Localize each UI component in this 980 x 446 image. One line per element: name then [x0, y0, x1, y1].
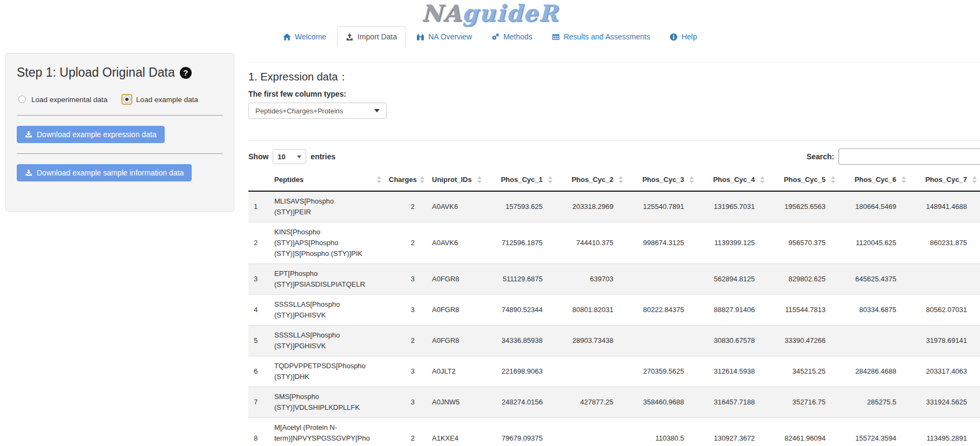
value-cell: 110380.5: [626, 418, 697, 446]
sort-arrows-icon: [902, 177, 906, 184]
column-header-phos_cyc_7[interactable]: Phos_Cyc_7: [909, 169, 980, 191]
value-cell: 31978.69141: [909, 326, 980, 356]
column-header-label: Charges: [389, 175, 417, 184]
sort-arrows-icon: [477, 177, 482, 184]
column-types-select[interactable]: Peptides+Charges+Proteins: [248, 103, 387, 119]
charge-cell: 2: [384, 222, 428, 264]
row-number-cell: 5: [248, 326, 270, 356]
charge-cell: 3: [384, 356, 428, 387]
peptide-cell: TQDPVPPETPSDS[Phospho (STY)]DHK: [270, 356, 384, 387]
sort-arrows-icon: [377, 177, 381, 184]
value-cell: 148941.4688: [909, 191, 980, 222]
value-cell: 80562.07031: [909, 295, 980, 326]
charge-cell: 2: [384, 418, 428, 446]
column-header-phos_cyc_2[interactable]: Phos_Cyc_2: [556, 169, 626, 191]
row-number-cell: 6: [248, 356, 270, 387]
tab-import-data[interactable]: Import Data: [337, 26, 405, 48]
radio-load-experimental-data[interactable]: Load experimental data: [17, 94, 107, 105]
column-header-label: Peptides: [274, 175, 303, 184]
value-cell: 80801.82031: [556, 295, 626, 326]
upload-icon: [346, 33, 354, 41]
value-cell: 270359.5625: [626, 356, 697, 387]
tab-label: Welcome: [295, 32, 326, 42]
uniprot-cell: A1KXE4: [428, 418, 485, 446]
uniprot-cell: A0JLT2: [428, 356, 485, 387]
charge-cell: 3: [384, 387, 428, 418]
search-input[interactable]: [839, 148, 980, 165]
page-size-select[interactable]: 10: [273, 149, 306, 164]
column-header-label: Phos_Cyc_4: [713, 175, 755, 184]
value-cell: 155724.3594: [839, 418, 909, 446]
column-header-label: Phos_Cyc_5: [784, 175, 826, 184]
tab-label: Results and Assessments: [564, 32, 650, 42]
column-header-label: Phos_Cyc_2: [572, 175, 613, 184]
value-cell: [556, 356, 626, 387]
sort-arrows-icon: [831, 177, 835, 184]
value-cell: 562894.8125: [697, 264, 768, 295]
value-cell: 956570.375: [768, 222, 839, 264]
value-cell: 30830.67578: [697, 326, 768, 356]
tab-methods[interactable]: Methods: [483, 26, 541, 48]
column-header-phos_cyc_4[interactable]: Phos_Cyc_4: [697, 169, 768, 191]
download-sample-info-label: Download example sample information data: [37, 168, 184, 177]
download-sample-info-button[interactable]: Download example sample information data: [17, 164, 192, 181]
charge-cell: 3: [384, 295, 428, 326]
uniprot-cell: A0FGR8: [428, 295, 485, 326]
app-logo-guider: guideR: [462, 0, 559, 26]
divider: [17, 153, 223, 154]
radio-focus-ring: [121, 94, 132, 105]
peptide-cell: M[Acetyl (Protein N-term)]NPVYSPGSSGVPY[…: [270, 418, 384, 446]
value-cell: 203318.2969: [556, 191, 626, 222]
value-cell: 1139399.125: [697, 222, 768, 264]
column-header-phos_cyc_3[interactable]: Phos_Cyc_3: [626, 169, 697, 191]
column-header-label: Uniprot_IDs: [432, 175, 472, 184]
value-cell: [839, 326, 909, 356]
tab-na-overview[interactable]: NA Overview: [408, 26, 481, 48]
question-circle-icon[interactable]: ?: [180, 67, 192, 79]
value-cell: 358460.9688: [626, 387, 697, 418]
column-header-charges[interactable]: Charges: [384, 169, 428, 191]
tab-welcome[interactable]: Welcome: [274, 26, 335, 48]
row-number-cell: 3: [248, 264, 270, 295]
entries-label: entries: [310, 152, 335, 161]
value-cell: 74890.52344: [485, 295, 556, 326]
value-cell: 195625.6563: [768, 191, 839, 222]
tab-results-and-assessments[interactable]: Results and Assessments: [543, 26, 659, 48]
value-cell: 131965.7031: [697, 191, 768, 222]
value-cell: 115544.7813: [768, 295, 839, 326]
step-title: Step 1: Upload Original Data ?: [17, 65, 223, 80]
column-types-value: Peptides+Charges+Proteins: [255, 107, 343, 115]
column-header-peptides[interactable]: Peptides: [270, 169, 384, 191]
radio-load-example-data[interactable]: Load example data: [121, 94, 198, 105]
table-row: 4SSSSLLAS[Phospho (STY)]PGHISVK3A0FGR874…: [248, 295, 980, 326]
table-length-control: Show 10 entries: [248, 149, 335, 164]
charge-cell: 2: [384, 191, 428, 222]
tab-help[interactable]: Help: [661, 26, 706, 48]
sort-arrows-icon: [760, 177, 765, 184]
column-header-label: Phos_Cyc_6: [855, 175, 896, 184]
value-cell: 80334.6875: [839, 295, 909, 326]
value-cell: 130927.3672: [697, 418, 768, 446]
value-cell: 82461.96094: [768, 418, 839, 446]
table-row: 8M[Acetyl (Protein N-term)]NPVYSPGSSGVPY…: [248, 418, 980, 446]
charge-cell: 2: [384, 326, 428, 356]
value-cell: 744410.375: [556, 222, 626, 264]
sort-arrows-icon: [972, 177, 977, 184]
info-icon: [670, 33, 678, 41]
main-nav: WelcomeImport DataNA OverviewMethodsResu…: [0, 26, 980, 48]
value-cell: 331924.5625: [909, 387, 980, 418]
value-cell: 352716.75: [768, 387, 839, 418]
table-row: 7SMS[Phospho (STY)]VDLSHIPLKDPLLFK3A0JNW…: [248, 387, 980, 418]
column-header-uniprot_ids[interactable]: Uniprot_IDs: [428, 169, 485, 191]
peptide-cell: MLISAVS[Phospho (STY)]PEIR: [270, 191, 384, 222]
download-expression-data-button[interactable]: Download example expression data: [17, 126, 165, 143]
value-cell: 125540.7891: [626, 191, 697, 222]
column-header-phos_cyc_6[interactable]: Phos_Cyc_6: [839, 169, 909, 191]
value-cell: 345215.25: [768, 356, 839, 387]
column-header-phos_cyc_1[interactable]: Phos_Cyc_1: [485, 169, 556, 191]
app-logo: NAguideR: [422, 1, 559, 26]
column-header-phos_cyc_5[interactable]: Phos_Cyc_5: [768, 169, 839, 191]
value-cell: 312614.5938: [697, 356, 768, 387]
data-source-radio-group: Load experimental dataLoad example data: [17, 94, 223, 105]
sort-arrows-icon: [548, 177, 552, 184]
